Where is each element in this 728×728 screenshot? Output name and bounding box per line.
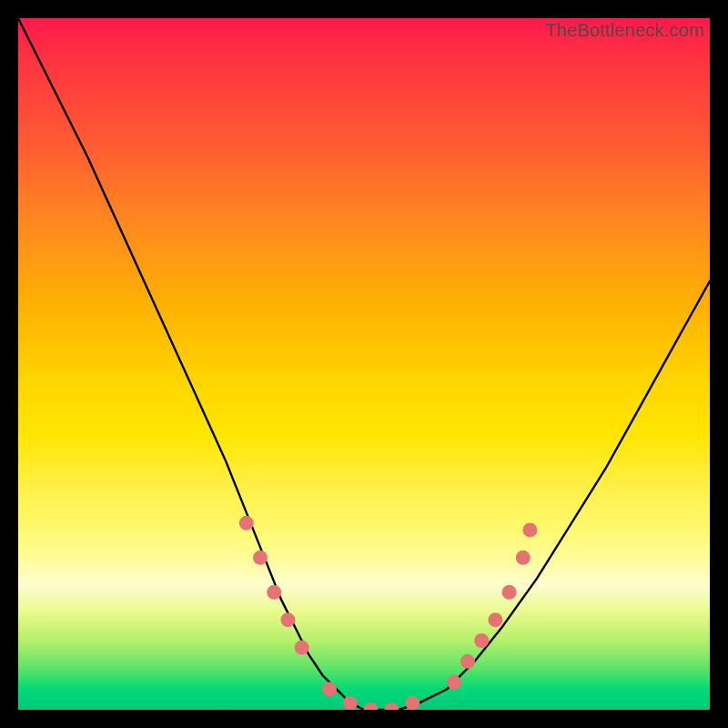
curve-marker — [522, 522, 537, 537]
curve-marker — [405, 695, 420, 710]
chart-frame: TheBottleneck.com — [0, 0, 728, 728]
bottleneck-curve-path — [18, 18, 710, 710]
curve-marker — [267, 585, 281, 600]
curve-marker — [488, 612, 502, 627]
curve-marker — [516, 551, 531, 565]
curve-marker — [239, 516, 254, 531]
curve-marker — [343, 695, 358, 710]
curve-marker — [253, 551, 268, 565]
curve-marker — [502, 585, 517, 600]
curve-marker — [384, 703, 399, 710]
bottleneck-curve-svg — [18, 18, 710, 710]
marker-group — [239, 516, 538, 710]
plot-area: TheBottleneck.com — [18, 18, 710, 710]
curve-marker — [322, 682, 337, 696]
curve-marker — [460, 654, 475, 669]
curve-marker — [295, 641, 309, 655]
curve-marker — [364, 703, 379, 710]
curve-marker — [474, 633, 489, 648]
curve-marker — [280, 612, 295, 627]
curve-marker — [447, 675, 461, 690]
